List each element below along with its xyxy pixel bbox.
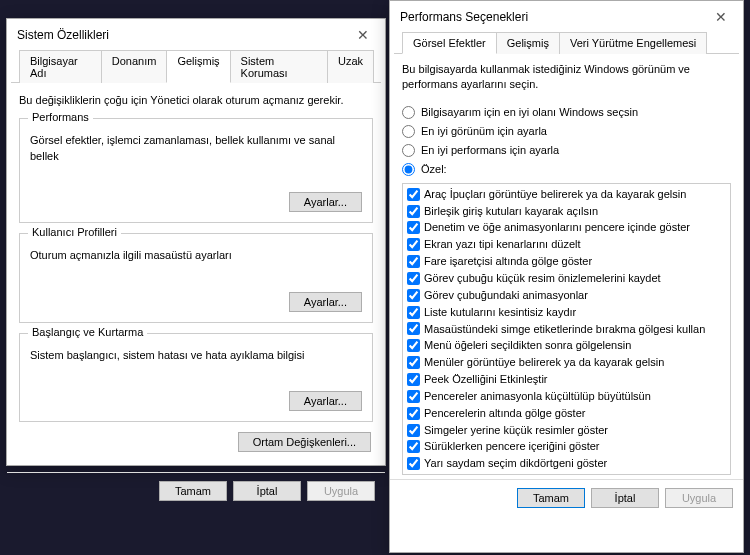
tab-computer-name[interactable]: Bilgisayar Adı bbox=[19, 50, 102, 83]
cancel-button[interactable]: İptal bbox=[591, 488, 659, 508]
group-title: Kullanıcı Profilleri bbox=[28, 226, 121, 238]
radio-custom[interactable]: Özel: bbox=[402, 160, 731, 179]
checkbox-input[interactable] bbox=[407, 238, 420, 251]
checkbox-input[interactable] bbox=[407, 322, 420, 335]
tab-system-protection[interactable]: Sistem Koruması bbox=[230, 50, 328, 83]
list-item[interactable]: Denetim ve öğe animasyonlarını pencere i… bbox=[407, 219, 726, 236]
footer-buttons: Tamam İptal Uygula bbox=[390, 479, 743, 516]
checkbox-input[interactable] bbox=[407, 339, 420, 352]
list-item[interactable]: Menü öğeleri seçildikten sonra gölgelens… bbox=[407, 337, 726, 354]
checkbox-label: Görev çubuğu küçük resim önizlemelerini … bbox=[424, 271, 661, 286]
list-item[interactable]: Fare işaretçisi altında gölge göster bbox=[407, 253, 726, 270]
tab-advanced[interactable]: Gelişmiş bbox=[166, 50, 230, 83]
checkbox-label: Birleşik giriş kutuları kayarak açılsın bbox=[424, 204, 598, 219]
checkbox-label: Masaüstündeki simge etiketlerinde bırakm… bbox=[424, 322, 705, 337]
checkbox-input[interactable] bbox=[407, 356, 420, 369]
performance-group: Performans Görsel efektler, işlemci zama… bbox=[19, 118, 373, 223]
ok-button[interactable]: Tamam bbox=[517, 488, 585, 508]
list-item[interactable]: Görev çubuğundaki animasyonlar bbox=[407, 287, 726, 304]
list-item[interactable]: Araç İpuçları görüntüye belirerek ya da … bbox=[407, 186, 726, 203]
checkbox-label: Peek Özelliğini Etkinleştir bbox=[424, 372, 548, 387]
ok-button[interactable]: Tamam bbox=[159, 481, 227, 501]
window-title: Sistem Özellikleri bbox=[17, 28, 109, 42]
close-icon[interactable]: ✕ bbox=[351, 27, 375, 43]
startup-recovery-group: Başlangıç ve Kurtarma Sistem başlangıcı,… bbox=[19, 333, 373, 422]
tab-visual-effects[interactable]: Görsel Efektler bbox=[402, 32, 497, 54]
checkbox-input[interactable] bbox=[407, 188, 420, 201]
visual-effects-list[interactable]: Araç İpuçları görüntüye belirerek ya da … bbox=[402, 183, 731, 475]
footer-buttons: Tamam İptal Uygula bbox=[7, 472, 385, 509]
list-item[interactable]: Yarı saydam seçim dikdörtgeni göster bbox=[407, 455, 726, 472]
tab-remote[interactable]: Uzak bbox=[327, 50, 374, 83]
close-icon[interactable]: ✕ bbox=[709, 9, 733, 25]
user-profiles-group: Kullanıcı Profilleri Oturum açmanızla il… bbox=[19, 233, 373, 322]
checkbox-input[interactable] bbox=[407, 289, 420, 302]
checkbox-input[interactable] bbox=[407, 407, 420, 420]
tab-strip: Görsel Efektler Gelişmiş Veri Yürütme En… bbox=[394, 31, 739, 54]
radio-let-windows-choose[interactable]: Bilgisayarım için en iyi olanı Windows s… bbox=[402, 103, 731, 122]
checkbox-input[interactable] bbox=[407, 373, 420, 386]
checkbox-label: Simgeler yerine küçük resimler göster bbox=[424, 423, 608, 438]
checkbox-label: Pencerelerin altında gölge göster bbox=[424, 406, 585, 421]
checkbox-input[interactable] bbox=[407, 255, 420, 268]
checkbox-label: Araç İpuçları görüntüye belirerek ya da … bbox=[424, 187, 686, 202]
list-item[interactable]: Peek Özelliğini Etkinleştir bbox=[407, 371, 726, 388]
list-item[interactable]: Sürüklerken pencere içeriğini göster bbox=[407, 438, 726, 455]
list-item[interactable]: Liste kutularını kesintisiz kaydır bbox=[407, 304, 726, 321]
titlebar: Performans Seçenekleri ✕ bbox=[390, 1, 743, 31]
performance-options-window: Performans Seçenekleri ✕ Görsel Efektler… bbox=[389, 0, 744, 553]
group-title: Başlangıç ve Kurtarma bbox=[28, 326, 147, 338]
radio-input[interactable] bbox=[402, 163, 415, 176]
radio-input[interactable] bbox=[402, 106, 415, 119]
list-item[interactable]: Görev çubuğu küçük resim önizlemelerini … bbox=[407, 270, 726, 287]
checkbox-input[interactable] bbox=[407, 221, 420, 234]
checkbox-label: Pencereler animasyonla küçültülüp büyütü… bbox=[424, 389, 651, 404]
system-properties-window: Sistem Özellikleri ✕ Bilgisayar Adı Dona… bbox=[6, 18, 386, 466]
radio-label: En iyi performans için ayarla bbox=[421, 144, 559, 156]
list-item[interactable]: Menüler görüntüye belirerek ya da kayara… bbox=[407, 354, 726, 371]
checkbox-input[interactable] bbox=[407, 205, 420, 218]
apply-button[interactable]: Uygula bbox=[665, 488, 733, 508]
checkbox-label: Görev çubuğundaki animasyonlar bbox=[424, 288, 588, 303]
checkbox-label: Menüler görüntüye belirerek ya da kayara… bbox=[424, 355, 664, 370]
radio-best-performance[interactable]: En iyi performans için ayarla bbox=[402, 141, 731, 160]
performance-settings-button[interactable]: Ayarlar... bbox=[289, 192, 362, 212]
tab-advanced[interactable]: Gelişmiş bbox=[496, 32, 560, 54]
checkbox-input[interactable] bbox=[407, 440, 420, 453]
checkbox-label: Fare işaretçisi altında gölge göster bbox=[424, 254, 592, 269]
tab-strip: Bilgisayar Adı Donanım Gelişmiş Sistem K… bbox=[11, 49, 381, 83]
list-item[interactable]: Birleşik giriş kutuları kayarak açılsın bbox=[407, 203, 726, 220]
radio-input[interactable] bbox=[402, 125, 415, 138]
group-title: Performans bbox=[28, 111, 93, 123]
cancel-button[interactable]: İptal bbox=[233, 481, 301, 501]
checkbox-input[interactable] bbox=[407, 390, 420, 403]
list-item[interactable]: Pencerelerin altında gölge göster bbox=[407, 405, 726, 422]
titlebar: Sistem Özellikleri ✕ bbox=[7, 19, 385, 49]
user-profiles-settings-button[interactable]: Ayarlar... bbox=[289, 292, 362, 312]
group-desc: Sistem başlangıcı, sistem hatası ve hata… bbox=[30, 342, 362, 363]
checkbox-input[interactable] bbox=[407, 306, 420, 319]
checkbox-label: Menü öğeleri seçildikten sonra gölgelens… bbox=[424, 338, 631, 353]
apply-button[interactable]: Uygula bbox=[307, 481, 375, 501]
checkbox-label: Denetim ve öğe animasyonlarını pencere i… bbox=[424, 220, 690, 235]
environment-variables-button[interactable]: Ortam Değişkenleri... bbox=[238, 432, 371, 452]
checkbox-input[interactable] bbox=[407, 272, 420, 285]
list-item[interactable]: Ekran yazı tipi kenarlarını düzelt bbox=[407, 236, 726, 253]
group-desc: Oturum açmanızla ilgili masaüstü ayarlar… bbox=[30, 242, 362, 263]
radio-label: Bilgisayarım için en iyi olanı Windows s… bbox=[421, 106, 638, 118]
list-item[interactable]: Masaüstündeki simge etiketlerinde bırakm… bbox=[407, 321, 726, 338]
tab-dep[interactable]: Veri Yürütme Engellemesi bbox=[559, 32, 707, 54]
startup-recovery-settings-button[interactable]: Ayarlar... bbox=[289, 391, 362, 411]
checkbox-label: Liste kutularını kesintisiz kaydır bbox=[424, 305, 576, 320]
visual-effects-desc: Bu bilgisayarda kullanmak istediğiniz Wi… bbox=[402, 62, 731, 93]
radio-input[interactable] bbox=[402, 144, 415, 157]
checkbox-input[interactable] bbox=[407, 457, 420, 470]
admin-notice: Bu değişikliklerin çoğu için Yönetici ol… bbox=[19, 93, 373, 108]
list-item[interactable]: Simgeler yerine küçük resimler göster bbox=[407, 422, 726, 439]
checkbox-input[interactable] bbox=[407, 424, 420, 437]
tab-body: Bu bilgisayarda kullanmak istediğiniz Wi… bbox=[390, 54, 743, 479]
window-title: Performans Seçenekleri bbox=[400, 10, 528, 24]
list-item[interactable]: Pencereler animasyonla küçültülüp büyütü… bbox=[407, 388, 726, 405]
tab-hardware[interactable]: Donanım bbox=[101, 50, 168, 83]
radio-best-appearance[interactable]: En iyi görünüm için ayarla bbox=[402, 122, 731, 141]
